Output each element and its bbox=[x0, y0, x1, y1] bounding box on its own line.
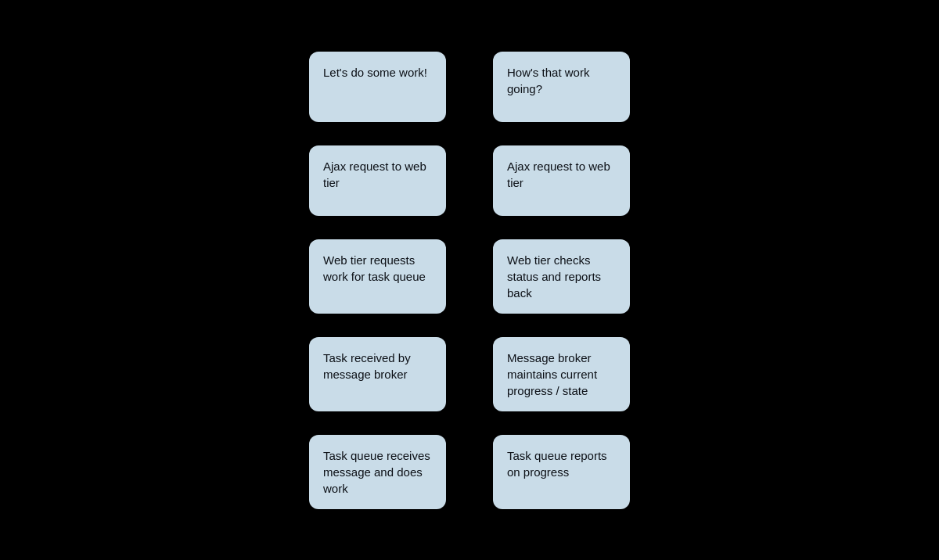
card-8-text: Message broker maintains current progres… bbox=[507, 350, 616, 399]
card-6: Web tier checks status and reports back bbox=[493, 239, 630, 314]
card-8: Message broker maintains current progres… bbox=[493, 337, 630, 411]
card-10: Task queue reports on progress bbox=[493, 435, 630, 509]
card-4-text: Ajax request to web tier bbox=[507, 158, 616, 191]
card-3-text: Ajax request to web tier bbox=[323, 158, 432, 191]
card-9: Task queue receives message and does wor… bbox=[309, 435, 446, 509]
card-6-text: Web tier checks status and reports back bbox=[507, 252, 616, 301]
card-5-text: Web tier requests work for task queue bbox=[323, 252, 432, 285]
card-2-text: How's that work going? bbox=[507, 64, 616, 97]
card-3: Ajax request to web tier bbox=[309, 145, 446, 216]
card-4: Ajax request to web tier bbox=[493, 145, 630, 216]
card-5: Web tier requests work for task queue bbox=[309, 239, 446, 314]
card-10-text: Task queue reports on progress bbox=[507, 447, 616, 480]
card-9-text: Task queue receives message and does wor… bbox=[323, 447, 432, 497]
card-2: How's that work going? bbox=[493, 52, 630, 122]
diagram-grid: Let's do some work!How's that work going… bbox=[278, 20, 661, 540]
card-7-text: Task received by message broker bbox=[323, 350, 432, 382]
card-1: Let's do some work! bbox=[309, 52, 446, 122]
card-7: Task received by message broker bbox=[309, 337, 446, 411]
card-1-text: Let's do some work! bbox=[323, 64, 427, 81]
